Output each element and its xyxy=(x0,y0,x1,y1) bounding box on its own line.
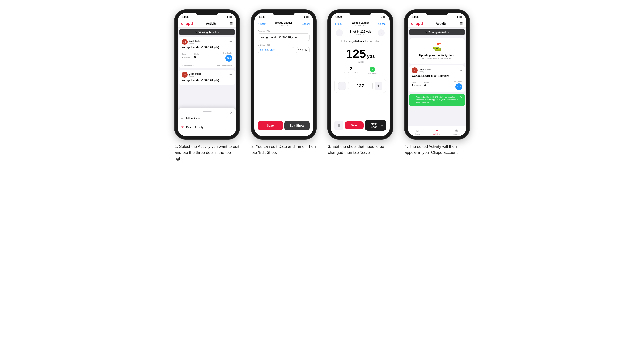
phone-1-card-2-avatar: JC xyxy=(182,72,188,78)
phone-4-nav-home[interactable]: ⌂ Home xyxy=(408,128,427,135)
phone-1-card-1-title: Wedge Ladder (100–140 yds) xyxy=(182,46,232,49)
phone-4-outof: OUT OF xyxy=(414,85,420,87)
phone-3-delete-btn[interactable]: 🗑 xyxy=(334,121,344,130)
phone-2-edit-shots-btn[interactable]: Edit Shots xyxy=(284,121,310,130)
phone-3-nav-bar: < Back Wedge Ladder 06 Mar 2023 Cancel xyxy=(331,20,390,28)
phone-1-col: 14:38 ▪▪▪ ▶ ⬛ clippd Activity ☰ ⚙ xyxy=(172,10,242,162)
phone-1-footer-right: Data: Clippd Capture xyxy=(216,64,232,66)
phone-3-diff-value: 2 xyxy=(344,67,358,71)
phone-3-shot-arrows: ← Shot 6, 125 yds Score 7/9 → xyxy=(331,28,390,38)
phone-3-diff-label: Difference (yds) xyxy=(344,71,358,73)
phone-2-date-field[interactable]: 06 / 03 / 2023 xyxy=(258,47,294,53)
phone-2-time-field[interactable]: 1:13 PM xyxy=(296,47,310,53)
phone-1-bottom-sheet: ✕ ✏ Edit Activity 🗑 Delete Activity xyxy=(178,108,236,136)
phone-1: 14:38 ▪▪▪ ▶ ⬛ clippd Activity ☰ ⚙ xyxy=(175,10,240,139)
phone-4-shots-value: 9 xyxy=(424,84,429,87)
phone-3-target-icon: ✓ xyxy=(370,67,375,72)
phone-1-card-1-username: Josh Coles xyxy=(189,40,201,42)
phone-1-quality-badge: 130 xyxy=(226,55,232,62)
activities-icon: ♦ xyxy=(436,128,438,133)
phone-1-edit-activity[interactable]: ✏ Edit Activity xyxy=(181,114,233,123)
phone-2-nav-bar: < Back Wedge Ladder 06 Mar 2023 Cancel xyxy=(254,20,313,28)
phone-2-cancel-btn[interactable]: Cancel xyxy=(302,23,310,25)
phone-3-next-shot-btn[interactable]: Next Shot → xyxy=(365,120,386,131)
phone-2-save-btn[interactable]: Save xyxy=(258,121,283,130)
phone-3-target-label-2: Hit Target xyxy=(368,73,376,75)
phone-2-date-time-row: 06 / 03 / 2023 1:13 PM xyxy=(258,47,310,53)
phone-4-nav-capture[interactable]: ⊕ Capture xyxy=(447,128,466,135)
activities-label: Activities xyxy=(434,133,440,135)
phone-4-app-header: clippd Activity ☰ xyxy=(408,20,466,28)
phone-1-logo: clippd xyxy=(181,21,193,26)
phones-row: 14:38 ▪▪▪ ▶ ⬛ clippd Activity ☰ ⚙ xyxy=(172,10,472,162)
phone-2-date-section: Date & Time 06 / 03 / 2023 1:13 PM xyxy=(254,42,313,54)
phone-2-form-buttons: Save Edit Shots xyxy=(254,119,313,132)
phone-3-metric-target: ✓ Hit Target xyxy=(368,67,376,75)
phone-4-card-title: Wedge Ladder (100–140 yds) xyxy=(412,74,462,77)
phone-3-back-btn[interactable]: < Back xyxy=(334,23,342,25)
trash-icon: 🗑 xyxy=(181,125,184,129)
phone-2: 14:38 ▪▪▪ ▶ ⬛ < Back Wedge Ladder 06 Mar… xyxy=(251,10,316,139)
phone-2-date-label: Date & Time xyxy=(258,44,310,46)
phone-4-bottom-nav: ⌂ Home ♦ Activities ⊕ Capture xyxy=(408,126,466,136)
phone-1-card-2: JC Josh Coles Today ••• Wedge Ladder (10… xyxy=(179,70,235,85)
phone-4-score-value: 7 xyxy=(412,84,413,87)
phone-4-header-title: Activity xyxy=(436,22,446,25)
phone-4-toast-text: "Wedge Ladder (100–140 yds)" was updated… xyxy=(416,96,458,104)
phone-3-distance-display: 125 yds Target xyxy=(331,44,390,64)
phone-4-dots[interactable]: ••• xyxy=(458,69,462,72)
phone-1-score-label: Score xyxy=(182,53,191,55)
phone-3-status-icons: ▪▪▪ ▶ ⬛ xyxy=(378,16,385,18)
phone-3-prev-arrow[interactable]: ← xyxy=(336,29,343,36)
phone-3-next-arrow[interactable]: → xyxy=(378,29,385,36)
phone-4-nav-activities[interactable]: ♦ Activities xyxy=(427,128,447,135)
phone-1-notch xyxy=(196,10,218,15)
phone-1-time: 14:38 xyxy=(182,16,188,18)
phone-4-content: ⚙ Viewing Activities ⛳ Updating your act… xyxy=(408,28,466,126)
phone-4-toast-close[interactable]: ✕ xyxy=(460,96,462,99)
phone-2-inner: 14:38 ▪▪▪ ▶ ⬛ < Back Wedge Ladder 06 Mar… xyxy=(254,13,313,136)
phone-3-caption: 3. Edit the shots that need to be change… xyxy=(328,144,393,156)
phone-1-menu-icon[interactable]: ☰ xyxy=(230,22,233,26)
phone-1-card-1-footer: Test Information Data: Clippd Capture xyxy=(182,63,232,66)
phone-1-footer-left: Test Information xyxy=(182,64,194,66)
phone-3-save-btn[interactable]: Save xyxy=(345,121,364,129)
phone-2-practice-label: Practice Title xyxy=(258,30,310,32)
phone-2-practice-input[interactable]: Wedge Ladder (100–140 yds) xyxy=(258,33,310,41)
phone-3-increment-btn[interactable]: + xyxy=(374,82,382,90)
phone-4-score-label: Score xyxy=(412,82,421,84)
phone-1-card-2-username: Josh Coles xyxy=(189,73,201,75)
home-label: Home xyxy=(415,133,420,135)
phone-4-notch xyxy=(426,10,448,15)
phone-4-caption: 4. The edited Activity will then appear … xyxy=(404,144,469,156)
phone-1-card-2-header: JC Josh Coles Today ••• xyxy=(182,72,232,78)
phone-4-avatar-name: JC Josh Coles Today xyxy=(412,67,431,73)
phone-4-status-icons: ▪▪▪ ▶ ⬛ xyxy=(455,16,462,18)
phone-4: 14:38 ▪▪▪ ▶ ⬛ clippd Activity ☰ ⚙ Viewin… xyxy=(404,10,469,139)
phone-4-quality-badge: 118 xyxy=(456,83,462,90)
phone-4-viewing-label: Viewing Activities xyxy=(428,31,449,33)
check-icon: ✓ xyxy=(412,96,414,99)
phone-1-card-2-dots[interactable]: ••• xyxy=(228,73,232,76)
phone-1-sheet-close[interactable]: ✕ xyxy=(230,111,233,115)
phone-3-cancel-btn[interactable]: Cancel xyxy=(378,23,386,25)
phone-3-metrics: 2 Difference (yds) ✓ Hit Target xyxy=(331,64,390,77)
phone-4-menu-icon[interactable]: ☰ xyxy=(460,22,463,26)
phone-3-input-row: − 127 + xyxy=(334,79,386,93)
phone-2-nav-title-group: Wedge Ladder 06 Mar 2023 xyxy=(275,21,292,26)
phone-2-back-btn[interactable]: < Back xyxy=(258,23,266,25)
phone-2-nav-subtitle: 06 Mar 2023 xyxy=(275,24,292,26)
phone-1-caption: 1. Select the Activity you want to edit … xyxy=(175,144,240,162)
phone-1-card-1-dots[interactable]: ••• xyxy=(228,40,232,43)
phone-3-action-row: 🗑 Save Next Shot → xyxy=(331,118,390,132)
delete-activity-label: Delete Activity xyxy=(186,126,203,129)
phone-3-distance-value: 125 xyxy=(346,47,366,60)
phone-3-shot-input[interactable]: 127 xyxy=(348,82,372,90)
phone-1-card-1-avatar: JC xyxy=(182,39,188,45)
phone-1-card-1-stats: Score 9 OUT OF Shots 9 xyxy=(182,50,232,62)
phone-4-inner: 14:38 ▪▪▪ ▶ ⬛ clippd Activity ☰ ⚙ Viewin… xyxy=(408,13,466,136)
phone-1-card-2-date: Today xyxy=(189,75,201,77)
phone-1-delete-activity[interactable]: 🗑 Delete Activity xyxy=(181,123,233,131)
phone-3-decrement-btn[interactable]: − xyxy=(338,82,346,90)
phone-1-quality-label: Shot Quality xyxy=(223,52,232,54)
